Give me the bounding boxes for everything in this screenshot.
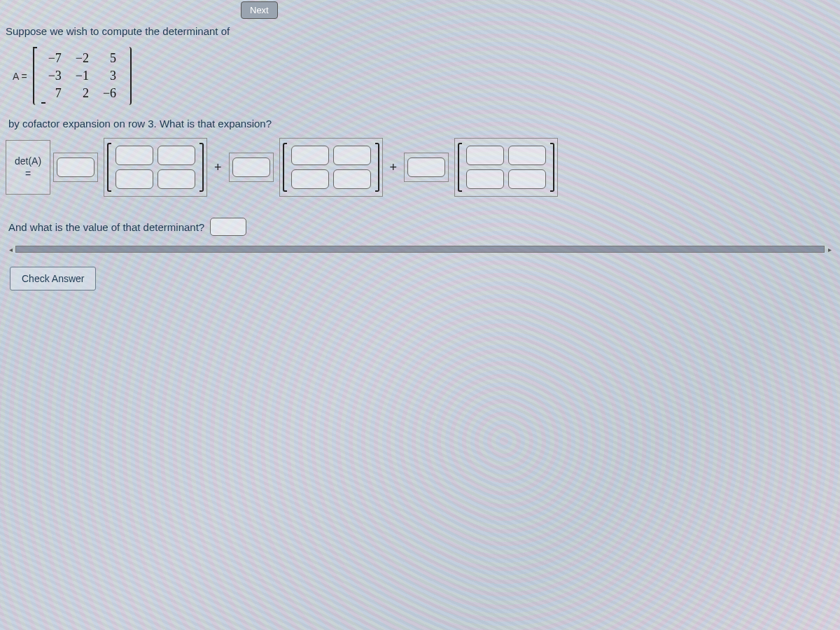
- matrix-definition: A = −7 −2 5 −3 −1 3 7 2 −6: [13, 47, 834, 105]
- term-1-scalar-input[interactable]: [57, 158, 94, 177]
- term-2-scalar-group: [229, 153, 274, 182]
- term-3-minor-cell[interactable]: [508, 169, 546, 189]
- matrix-cell: −7: [41, 50, 69, 67]
- cofactor-expansion-row: det(A) = +: [6, 138, 834, 197]
- term-2-scalar-input[interactable]: [232, 158, 270, 177]
- horizontal-scrollbar[interactable]: ◂ ▸: [6, 244, 834, 254]
- term-1-scalar-group: [53, 153, 98, 182]
- cofactor-question: by cofactor expansion on row 3. What is …: [8, 118, 834, 130]
- scroll-left-icon[interactable]: ◂: [6, 244, 15, 254]
- term-2-minor: [279, 138, 383, 197]
- bracket-right-icon: [200, 143, 204, 192]
- plus-sign: +: [210, 160, 226, 175]
- matrix-cell: −1: [69, 67, 96, 85]
- matrix-cell: 3: [96, 67, 123, 85]
- determinant-value-input[interactable]: [210, 218, 246, 236]
- term-1-minor: [104, 138, 207, 197]
- term-3-minor-cell[interactable]: [508, 146, 546, 165]
- term-3-minor-cell[interactable]: [466, 169, 504, 189]
- term-3-minor: [454, 138, 558, 197]
- term-2-minor-cell[interactable]: [333, 169, 371, 189]
- term-3-scalar-input[interactable]: [407, 158, 445, 177]
- term-2-minor-cell[interactable]: [291, 146, 329, 165]
- term-3-scalar-group: [404, 153, 449, 182]
- term-3-minor-cell[interactable]: [466, 146, 504, 165]
- matrix-cell: −6: [96, 85, 123, 102]
- bracket-right-icon: [375, 143, 379, 192]
- scroll-track[interactable]: [15, 246, 825, 253]
- problem-intro: Suppose we wish to compute the determina…: [6, 25, 834, 37]
- term-1-minor-cell[interactable]: [115, 146, 153, 165]
- term-2-minor-cell[interactable]: [333, 146, 371, 165]
- matrix-cell: −3: [41, 67, 69, 85]
- matrix-cell: −2: [69, 50, 96, 67]
- bracket-right-icon: [550, 143, 554, 192]
- matrix-label: A =: [13, 71, 27, 82]
- det-label-text: det(A): [15, 155, 41, 167]
- matrix-A: −7 −2 5 −3 −1 3 7 2 −6: [33, 47, 132, 105]
- det-label: det(A) =: [6, 140, 50, 195]
- matrix-cell: 7: [41, 85, 69, 102]
- matrix-cell: 2: [69, 85, 96, 102]
- term-1-minor-cell[interactable]: [158, 146, 195, 165]
- check-answer-button[interactable]: Check Answer: [10, 267, 96, 290]
- plus-sign: +: [386, 160, 402, 175]
- term-1-minor-cell[interactable]: [158, 169, 195, 189]
- term-2-minor-cell[interactable]: [291, 169, 329, 189]
- term-1-minor-cell[interactable]: [115, 169, 153, 189]
- next-button[interactable]: Next: [241, 1, 278, 19]
- equals-sign: =: [10, 167, 46, 180]
- value-question: And what is the value of that determinan…: [8, 221, 204, 233]
- scroll-right-icon[interactable]: ▸: [825, 244, 834, 254]
- matrix-cell: 5: [96, 50, 123, 67]
